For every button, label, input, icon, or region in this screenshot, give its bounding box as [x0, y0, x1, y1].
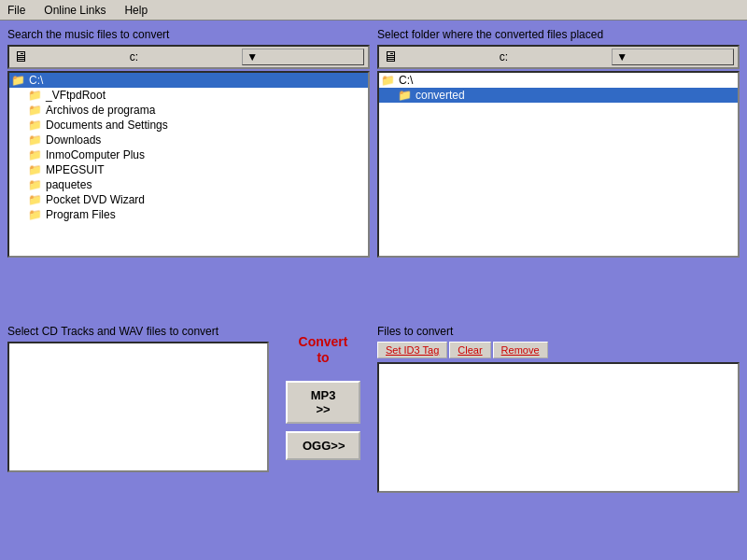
- output-drive-label: c:: [500, 50, 613, 63]
- tree-item[interactable]: 📁 Downloads: [9, 133, 368, 147]
- folder-icon: 📁: [28, 148, 42, 161]
- files-to-convert-title: Files to convert: [377, 325, 740, 338]
- folder-icon: 📁: [28, 104, 42, 117]
- tree-item-label: C:\: [29, 74, 43, 87]
- tree-item-label: Archivos de programa: [46, 104, 155, 117]
- set-id3-tag-button[interactable]: Set ID3 Tag: [377, 342, 447, 358]
- tracks-panel-title: Select CD Tracks and WAV files to conver…: [7, 325, 269, 338]
- tree-item[interactable]: 📁 MPEGSUIT: [9, 162, 368, 177]
- tree-item-label: Documents and Settings: [46, 119, 168, 132]
- main-area: Search the music files to convert 🖥 c: ▼…: [0, 21, 747, 560]
- tree-item[interactable]: 📁 Pocket DVD Wizard: [9, 192, 368, 207]
- folder-icon: 📁: [28, 163, 42, 176]
- output-tree-item-root[interactable]: 📁 C:\: [379, 73, 738, 88]
- tree-item-label: Program Files: [46, 208, 116, 221]
- output-tree-item-label: converted: [416, 89, 465, 102]
- convert-panel: Convertto MP3 >> OGG>>: [276, 325, 370, 553]
- search-panel-title: Search the music files to convert: [7, 28, 370, 41]
- folder-icon: 📁: [28, 193, 42, 206]
- tree-item-label: MPEGSUIT: [46, 163, 105, 176]
- convert-files-listbox[interactable]: [377, 362, 740, 493]
- output-file-tree[interactable]: 📁 C:\ 📁 converted: [377, 71, 740, 258]
- tree-item-label: _VFtpdRoot: [46, 89, 106, 102]
- output-panel-title: Select folder where the converted files …: [377, 28, 740, 41]
- tree-item-label: Downloads: [46, 133, 101, 147]
- folder-icon: 📁: [28, 208, 42, 221]
- tree-item[interactable]: 📁 paquetes: [9, 177, 368, 192]
- drive-icon-left: 🖥: [13, 49, 126, 65]
- output-panel: Select folder where the converted files …: [377, 28, 740, 317]
- tracks-panel: Select CD Tracks and WAV files to conver…: [7, 325, 269, 553]
- tracks-listbox[interactable]: [7, 342, 269, 472]
- search-panel: Search the music files to convert 🖥 c: ▼…: [7, 28, 370, 317]
- folder-icon: 📁: [398, 89, 412, 102]
- tree-item[interactable]: 📁 Archivos de programa: [9, 103, 368, 118]
- tree-item[interactable]: 📁 _VFtpdRoot: [9, 88, 368, 103]
- search-file-tree[interactable]: 📁 C:\ 📁 _VFtpdRoot 📁 Archivos de program…: [7, 71, 370, 258]
- tree-item-label: InmoComputer Plus: [46, 148, 145, 161]
- menu-online-links[interactable]: Online Links: [40, 3, 109, 18]
- menubar: File Online Links Help: [0, 0, 747, 21]
- folder-icon: 📁: [381, 74, 395, 87]
- remove-button[interactable]: Remove: [493, 342, 548, 358]
- tree-item[interactable]: 📁 InmoComputer Plus: [9, 147, 368, 162]
- search-drive-dropdown-arrow[interactable]: ▼: [242, 49, 364, 65]
- search-drive-label: c:: [130, 50, 243, 63]
- folder-icon: 📁: [28, 89, 42, 102]
- folder-icon: 📁: [28, 119, 42, 132]
- tree-item-label: Pocket DVD Wizard: [46, 193, 145, 206]
- convert-title: Convertto: [299, 334, 348, 366]
- clear-button[interactable]: Clear: [449, 342, 490, 358]
- output-tree-item-converted[interactable]: 📁 converted: [379, 88, 738, 103]
- folder-icon: 📁: [28, 133, 42, 147]
- menu-help[interactable]: Help: [120, 3, 151, 18]
- mp3-convert-button[interactable]: MP3 >>: [286, 381, 360, 424]
- files-to-convert-panel: Files to convert Set ID3 Tag Clear Remov…: [377, 325, 740, 553]
- output-tree-item-label: C:\: [399, 74, 413, 87]
- ogg-convert-button[interactable]: OGG>>: [286, 431, 360, 460]
- action-buttons-row: Set ID3 Tag Clear Remove: [377, 342, 740, 358]
- output-drive-selector[interactable]: 🖥 c: ▼: [377, 45, 740, 69]
- bottom-section: Select CD Tracks and WAV files to conver…: [7, 325, 740, 553]
- folder-icon: 📁: [11, 74, 25, 87]
- folder-icon: 📁: [28, 178, 42, 191]
- output-drive-dropdown-arrow[interactable]: ▼: [612, 49, 734, 65]
- tree-item[interactable]: 📁 Program Files: [9, 207, 368, 222]
- menu-file[interactable]: File: [4, 3, 29, 18]
- tree-item[interactable]: 📁 Documents and Settings: [9, 118, 368, 133]
- tree-item-label: paquetes: [46, 178, 92, 191]
- drive-icon-right: 🖥: [383, 49, 496, 65]
- search-drive-selector[interactable]: 🖥 c: ▼: [7, 45, 370, 69]
- tree-item-root[interactable]: 📁 C:\: [9, 73, 368, 88]
